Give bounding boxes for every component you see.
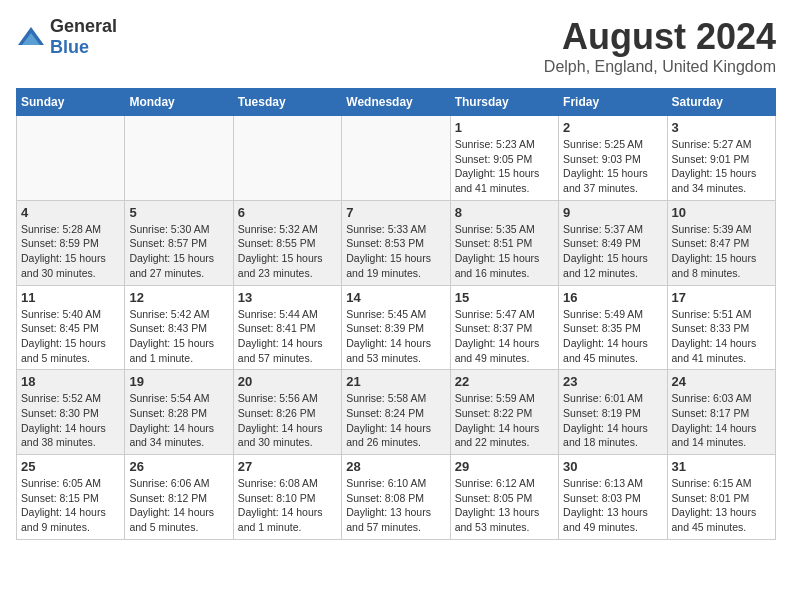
calendar-cell: 13Sunrise: 5:44 AM Sunset: 8:41 PM Dayli… — [233, 285, 341, 370]
day-detail: Sunrise: 6:05 AM Sunset: 8:15 PM Dayligh… — [21, 476, 120, 535]
calendar-cell: 28Sunrise: 6:10 AM Sunset: 8:08 PM Dayli… — [342, 455, 450, 540]
day-number: 12 — [129, 290, 228, 305]
calendar-cell: 10Sunrise: 5:39 AM Sunset: 8:47 PM Dayli… — [667, 200, 775, 285]
day-detail: Sunrise: 5:25 AM Sunset: 9:03 PM Dayligh… — [563, 137, 662, 196]
day-number: 27 — [238, 459, 337, 474]
calendar-cell — [233, 116, 341, 201]
calendar-week-4: 18Sunrise: 5:52 AM Sunset: 8:30 PM Dayli… — [17, 370, 776, 455]
day-detail: Sunrise: 5:40 AM Sunset: 8:45 PM Dayligh… — [21, 307, 120, 366]
calendar-cell — [17, 116, 125, 201]
day-number: 20 — [238, 374, 337, 389]
calendar-cell: 23Sunrise: 6:01 AM Sunset: 8:19 PM Dayli… — [559, 370, 667, 455]
day-detail: Sunrise: 5:39 AM Sunset: 8:47 PM Dayligh… — [672, 222, 771, 281]
day-number: 29 — [455, 459, 554, 474]
day-detail: Sunrise: 5:33 AM Sunset: 8:53 PM Dayligh… — [346, 222, 445, 281]
day-number: 13 — [238, 290, 337, 305]
day-detail: Sunrise: 5:58 AM Sunset: 8:24 PM Dayligh… — [346, 391, 445, 450]
day-detail: Sunrise: 6:13 AM Sunset: 8:03 PM Dayligh… — [563, 476, 662, 535]
day-detail: Sunrise: 6:12 AM Sunset: 8:05 PM Dayligh… — [455, 476, 554, 535]
day-number: 11 — [21, 290, 120, 305]
day-number: 5 — [129, 205, 228, 220]
day-number: 28 — [346, 459, 445, 474]
calendar-cell: 30Sunrise: 6:13 AM Sunset: 8:03 PM Dayli… — [559, 455, 667, 540]
calendar-cell: 22Sunrise: 5:59 AM Sunset: 8:22 PM Dayli… — [450, 370, 558, 455]
calendar-cell: 14Sunrise: 5:45 AM Sunset: 8:39 PM Dayli… — [342, 285, 450, 370]
day-detail: Sunrise: 5:23 AM Sunset: 9:05 PM Dayligh… — [455, 137, 554, 196]
day-number: 3 — [672, 120, 771, 135]
day-number: 26 — [129, 459, 228, 474]
day-number: 16 — [563, 290, 662, 305]
day-number: 22 — [455, 374, 554, 389]
day-number: 25 — [21, 459, 120, 474]
column-header-monday: Monday — [125, 89, 233, 116]
column-header-friday: Friday — [559, 89, 667, 116]
page-header: General Blue August 2024 Delph, England,… — [16, 16, 776, 76]
logo: General Blue — [16, 16, 117, 58]
column-header-thursday: Thursday — [450, 89, 558, 116]
column-header-wednesday: Wednesday — [342, 89, 450, 116]
calendar-cell — [342, 116, 450, 201]
day-detail: Sunrise: 5:37 AM Sunset: 8:49 PM Dayligh… — [563, 222, 662, 281]
calendar-cell: 6Sunrise: 5:32 AM Sunset: 8:55 PM Daylig… — [233, 200, 341, 285]
day-number: 30 — [563, 459, 662, 474]
day-detail: Sunrise: 5:54 AM Sunset: 8:28 PM Dayligh… — [129, 391, 228, 450]
main-title: August 2024 — [544, 16, 776, 58]
day-detail: Sunrise: 6:08 AM Sunset: 8:10 PM Dayligh… — [238, 476, 337, 535]
calendar-cell: 26Sunrise: 6:06 AM Sunset: 8:12 PM Dayli… — [125, 455, 233, 540]
day-detail: Sunrise: 6:06 AM Sunset: 8:12 PM Dayligh… — [129, 476, 228, 535]
day-number: 19 — [129, 374, 228, 389]
day-number: 23 — [563, 374, 662, 389]
calendar-cell: 1Sunrise: 5:23 AM Sunset: 9:05 PM Daylig… — [450, 116, 558, 201]
day-number: 18 — [21, 374, 120, 389]
day-number: 10 — [672, 205, 771, 220]
day-number: 9 — [563, 205, 662, 220]
day-number: 6 — [238, 205, 337, 220]
day-detail: Sunrise: 5:27 AM Sunset: 9:01 PM Dayligh… — [672, 137, 771, 196]
title-block: August 2024 Delph, England, United Kingd… — [544, 16, 776, 76]
day-detail: Sunrise: 6:03 AM Sunset: 8:17 PM Dayligh… — [672, 391, 771, 450]
day-number: 15 — [455, 290, 554, 305]
day-detail: Sunrise: 5:56 AM Sunset: 8:26 PM Dayligh… — [238, 391, 337, 450]
day-number: 1 — [455, 120, 554, 135]
day-detail: Sunrise: 5:59 AM Sunset: 8:22 PM Dayligh… — [455, 391, 554, 450]
column-header-sunday: Sunday — [17, 89, 125, 116]
calendar-cell: 16Sunrise: 5:49 AM Sunset: 8:35 PM Dayli… — [559, 285, 667, 370]
day-number: 2 — [563, 120, 662, 135]
logo-blue: Blue — [50, 37, 89, 57]
column-header-tuesday: Tuesday — [233, 89, 341, 116]
calendar-week-2: 4Sunrise: 5:28 AM Sunset: 8:59 PM Daylig… — [17, 200, 776, 285]
day-number: 4 — [21, 205, 120, 220]
day-detail: Sunrise: 5:42 AM Sunset: 8:43 PM Dayligh… — [129, 307, 228, 366]
day-number: 24 — [672, 374, 771, 389]
day-number: 7 — [346, 205, 445, 220]
day-number: 14 — [346, 290, 445, 305]
day-detail: Sunrise: 6:01 AM Sunset: 8:19 PM Dayligh… — [563, 391, 662, 450]
calendar-cell: 24Sunrise: 6:03 AM Sunset: 8:17 PM Dayli… — [667, 370, 775, 455]
day-detail: Sunrise: 5:52 AM Sunset: 8:30 PM Dayligh… — [21, 391, 120, 450]
calendar-cell: 27Sunrise: 6:08 AM Sunset: 8:10 PM Dayli… — [233, 455, 341, 540]
calendar-week-5: 25Sunrise: 6:05 AM Sunset: 8:15 PM Dayli… — [17, 455, 776, 540]
calendar-cell: 3Sunrise: 5:27 AM Sunset: 9:01 PM Daylig… — [667, 116, 775, 201]
calendar-week-1: 1Sunrise: 5:23 AM Sunset: 9:05 PM Daylig… — [17, 116, 776, 201]
calendar-cell: 9Sunrise: 5:37 AM Sunset: 8:49 PM Daylig… — [559, 200, 667, 285]
calendar-header-row: SundayMondayTuesdayWednesdayThursdayFrid… — [17, 89, 776, 116]
calendar-cell: 5Sunrise: 5:30 AM Sunset: 8:57 PM Daylig… — [125, 200, 233, 285]
day-detail: Sunrise: 6:10 AM Sunset: 8:08 PM Dayligh… — [346, 476, 445, 535]
calendar-cell: 11Sunrise: 5:40 AM Sunset: 8:45 PM Dayli… — [17, 285, 125, 370]
logo-general: General — [50, 16, 117, 36]
day-number: 17 — [672, 290, 771, 305]
calendar-cell: 31Sunrise: 6:15 AM Sunset: 8:01 PM Dayli… — [667, 455, 775, 540]
calendar-cell: 21Sunrise: 5:58 AM Sunset: 8:24 PM Dayli… — [342, 370, 450, 455]
day-detail: Sunrise: 5:35 AM Sunset: 8:51 PM Dayligh… — [455, 222, 554, 281]
calendar-cell: 19Sunrise: 5:54 AM Sunset: 8:28 PM Dayli… — [125, 370, 233, 455]
calendar-cell: 17Sunrise: 5:51 AM Sunset: 8:33 PM Dayli… — [667, 285, 775, 370]
calendar-cell — [125, 116, 233, 201]
subtitle: Delph, England, United Kingdom — [544, 58, 776, 76]
day-detail: Sunrise: 5:47 AM Sunset: 8:37 PM Dayligh… — [455, 307, 554, 366]
calendar-cell: 8Sunrise: 5:35 AM Sunset: 8:51 PM Daylig… — [450, 200, 558, 285]
day-detail: Sunrise: 6:15 AM Sunset: 8:01 PM Dayligh… — [672, 476, 771, 535]
calendar: SundayMondayTuesdayWednesdayThursdayFrid… — [16, 88, 776, 540]
day-number: 8 — [455, 205, 554, 220]
calendar-cell: 29Sunrise: 6:12 AM Sunset: 8:05 PM Dayli… — [450, 455, 558, 540]
calendar-cell: 2Sunrise: 5:25 AM Sunset: 9:03 PM Daylig… — [559, 116, 667, 201]
